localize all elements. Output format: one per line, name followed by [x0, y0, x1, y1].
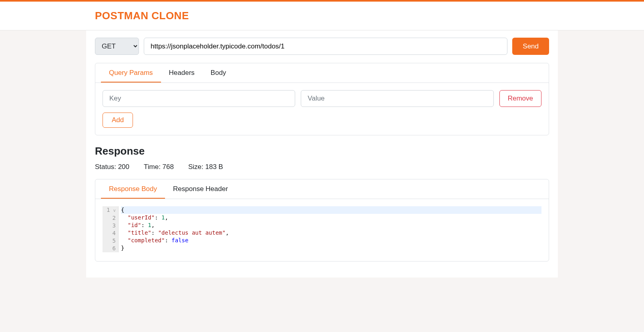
code-editor[interactable]: 1 v2 3 4 5 6 { "userId": 1, "id": 1, "ti…	[103, 206, 541, 252]
http-method-select[interactable]: GET	[95, 38, 139, 55]
response-card: Response Body Response Header 1 v2 3 4 5…	[95, 179, 549, 262]
remove-param-button[interactable]: Remove	[499, 90, 541, 107]
response-meta: Status: 200 Time: 768 Size: 183 B	[95, 163, 549, 171]
line-number: 3	[107, 222, 116, 229]
tab-response-header[interactable]: Response Header	[165, 179, 236, 199]
url-input[interactable]	[144, 38, 507, 55]
request-bar: GET Send	[95, 38, 549, 55]
code-line: }	[121, 244, 541, 252]
response-body-panel: 1 v2 3 4 5 6 { "userId": 1, "id": 1, "ti…	[95, 199, 549, 261]
code-line: "userId": 1,	[121, 214, 541, 221]
line-number: 4	[107, 229, 116, 237]
add-param-button[interactable]: Add	[103, 113, 133, 128]
response-time: Time: 768	[144, 163, 174, 171]
code-line: "completed": false	[121, 237, 541, 244]
tab-response-body[interactable]: Response Body	[101, 179, 165, 199]
line-number: 2	[107, 214, 116, 222]
request-tabs: Query Params Headers Body	[95, 63, 549, 83]
code-line: {	[121, 206, 541, 214]
response-size: Size: 183 B	[188, 163, 223, 171]
header: POSTMAN CLONE	[0, 2, 644, 30]
tab-body[interactable]: Body	[203, 63, 234, 82]
main-panel: GET Send Query Params Headers Body Remov…	[86, 30, 558, 278]
request-config-card: Query Params Headers Body Remove Add	[95, 63, 549, 135]
brand-title: POSTMAN CLONE	[95, 10, 549, 22]
tab-query-params[interactable]: Query Params	[101, 63, 161, 82]
query-params-panel: Remove Add	[95, 83, 549, 135]
send-button[interactable]: Send	[512, 38, 549, 55]
code-lines: { "userId": 1, "id": 1, "title": "delect…	[119, 206, 541, 252]
tab-headers[interactable]: Headers	[161, 63, 203, 82]
line-number: 1 v	[107, 206, 116, 214]
response-heading: Response	[95, 145, 549, 157]
param-key-input[interactable]	[103, 90, 295, 107]
response-status: Status: 200	[95, 163, 129, 171]
code-line: "id": 1,	[121, 221, 541, 229]
line-number-gutter: 1 v2 3 4 5 6	[103, 206, 119, 252]
code-line: "title": "delectus aut autem",	[121, 229, 541, 237]
param-value-input[interactable]	[301, 90, 493, 107]
param-row: Remove	[103, 90, 541, 107]
line-number: 6	[107, 245, 116, 252]
line-number: 5	[107, 237, 116, 245]
response-tabs: Response Body Response Header	[95, 179, 549, 199]
